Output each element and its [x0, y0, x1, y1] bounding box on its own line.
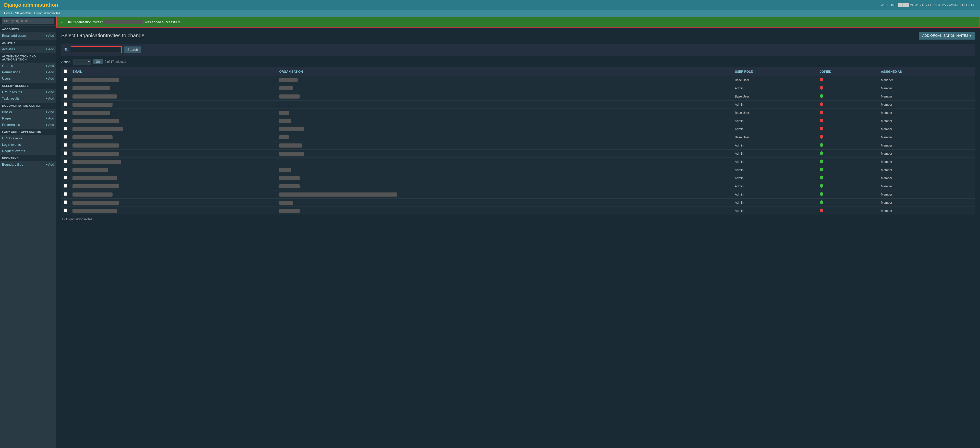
breadcrumb: Home › Stakeholder › OrganisationInvites: [0, 10, 980, 17]
email-addresses-link[interactable]: Email addresses: [2, 34, 27, 38]
row-user-role: Admin: [732, 117, 817, 125]
row-checkbox[interactable]: [64, 110, 67, 114]
blocks-link[interactable]: Blocks: [2, 110, 12, 114]
crud-events-link[interactable]: CRUD events: [2, 136, 22, 140]
row-joined: [817, 182, 878, 190]
col-joined: JOINED: [817, 67, 878, 76]
view-site-link[interactable]: VIEW SITE: [910, 3, 925, 7]
action-select[interactable]: ---------: [73, 59, 91, 65]
row-email: ████████████████████: [70, 142, 277, 150]
sidebar-item-boundary-files[interactable]: Boundary files + Add: [0, 161, 56, 168]
row-checkbox[interactable]: [64, 119, 67, 122]
breadcrumb-stakeholder[interactable]: Stakeholder: [15, 11, 32, 15]
main-layout: ACCOUNTS Email addresses + Add ACTIVITY …: [0, 17, 980, 448]
pages-link[interactable]: Pages: [2, 116, 11, 120]
sidebar-item-group-results[interactable]: Group results + Add: [0, 89, 56, 95]
search-button[interactable]: Search: [124, 46, 142, 53]
users-add[interactable]: + Add: [45, 77, 54, 80]
blocks-add[interactable]: + Add: [45, 110, 54, 114]
activities-link[interactable]: Activities: [2, 47, 15, 51]
row-checkbox[interactable]: [64, 86, 67, 89]
email-addresses-add[interactable]: + Add: [45, 34, 54, 38]
activities-add[interactable]: + Add: [45, 47, 54, 51]
row-joined: [817, 117, 878, 125]
row-email: ███████████████████: [70, 174, 277, 182]
sidebar-item-crud-events[interactable]: CRUD events: [0, 135, 56, 142]
row-checkbox[interactable]: [64, 135, 67, 139]
request-events-link[interactable]: Request events: [2, 149, 25, 153]
sidebar-section-frontend: FRONTEND: [0, 155, 56, 161]
search-input[interactable]: [71, 46, 122, 53]
row-checkbox[interactable]: [64, 168, 67, 171]
row-organisation: █████████: [277, 142, 732, 150]
row-checkbox[interactable]: [64, 78, 67, 81]
row-checkbox[interactable]: [64, 151, 67, 155]
page-title: Select OrganisationInvites to change: [61, 33, 145, 38]
user-tools: WELCOME, █████ VIEW SITE / CHANGE PASSWO…: [881, 3, 976, 7]
row-checkbox[interactable]: [64, 209, 67, 212]
row-organisation: █████: [277, 199, 732, 207]
sidebar-item-groups[interactable]: Groups + Add: [0, 62, 56, 69]
sidebar-item-activities[interactable]: Activities + Add: [0, 46, 56, 52]
sidebar-item-request-events[interactable]: Request events: [0, 148, 56, 154]
sidebar-item-pages[interactable]: Pages + Add: [0, 115, 56, 121]
row-checkbox[interactable]: [64, 94, 67, 98]
sidebar-item-permissions[interactable]: Permissions + Add: [0, 69, 56, 75]
selected-count: 0 of 17 selected: [105, 60, 126, 64]
row-checkbox[interactable]: [64, 159, 67, 163]
go-button[interactable]: Go: [94, 59, 103, 64]
row-checkbox[interactable]: [64, 192, 67, 196]
boundary-files-link[interactable]: Boundary files: [2, 163, 23, 166]
select-all-checkbox[interactable]: [64, 69, 67, 73]
users-link[interactable]: Users: [2, 77, 11, 80]
add-icon: +: [969, 34, 971, 38]
row-user-role: Admin: [732, 199, 817, 207]
success-icon: ✓: [61, 20, 64, 24]
add-organisation-invites-button[interactable]: ADD ORGANISATIONINVITES +: [919, 32, 975, 40]
row-checkbox[interactable]: [64, 143, 67, 147]
row-joined: [817, 158, 878, 166]
row-joined: [817, 92, 878, 100]
boundary-files-add[interactable]: + Add: [45, 163, 54, 166]
row-checkbox[interactable]: [64, 176, 67, 179]
row-user-role: Base User: [732, 133, 817, 142]
row-checkbox[interactable]: [64, 200, 67, 204]
row-user-role: Admin: [732, 207, 817, 215]
task-results-add[interactable]: + Add: [45, 97, 54, 100]
change-password-link[interactable]: CHANGE PASSWORD: [928, 3, 959, 7]
row-joined: [817, 150, 878, 158]
row-user-role: Base User: [732, 76, 817, 84]
main-content-wrapper: ✓ The OrganisationInvites "█████████████…: [56, 17, 980, 448]
table-row: ████████████████████Base UserMember: [61, 133, 975, 142]
row-checkbox[interactable]: [64, 102, 67, 106]
breadcrumb-home[interactable]: Home: [4, 11, 12, 15]
groups-add[interactable]: + Add: [45, 64, 54, 68]
row-checkbox[interactable]: [64, 184, 67, 188]
log-out-link[interactable]: LOG OUT: [962, 3, 976, 7]
sidebar-section-accounts: ACCOUNTS: [0, 26, 56, 32]
group-results-add[interactable]: + Add: [45, 90, 54, 94]
sidebar-item-users[interactable]: Users + Add: [0, 75, 56, 82]
table-row: ██████████████████████████████AdminMembe…: [61, 150, 975, 158]
permissions-link[interactable]: Permissions: [2, 70, 20, 74]
row-user-role: Admin: [732, 84, 817, 92]
row-email: █████████████████: [70, 133, 277, 142]
row-user-role: Admin: [732, 150, 817, 158]
row-user-role: Admin: [732, 174, 817, 182]
sidebar-item-preferences[interactable]: Preferences + Add: [0, 121, 56, 128]
sidebar-item-blocks[interactable]: Blocks + Add: [0, 109, 56, 115]
sidebar-item-email-addresses[interactable]: Email addresses + Add: [0, 32, 56, 39]
row-checkbox[interactable]: [64, 127, 67, 131]
sidebar-item-task-results[interactable]: Task results + Add: [0, 95, 56, 102]
sidebar-filter-input[interactable]: [2, 18, 54, 24]
preferences-link[interactable]: Preferences: [2, 123, 20, 127]
preferences-add[interactable]: + Add: [45, 123, 54, 127]
task-results-link[interactable]: Task results: [2, 97, 20, 100]
login-events-link[interactable]: Login events: [2, 143, 21, 147]
row-user-role: Admin: [732, 125, 817, 133]
sidebar-item-login-events[interactable]: Login events: [0, 142, 56, 148]
pages-add[interactable]: + Add: [45, 116, 54, 120]
groups-link[interactable]: Groups: [2, 64, 13, 68]
group-results-link[interactable]: Group results: [2, 90, 22, 94]
permissions-add[interactable]: + Add: [45, 70, 54, 74]
